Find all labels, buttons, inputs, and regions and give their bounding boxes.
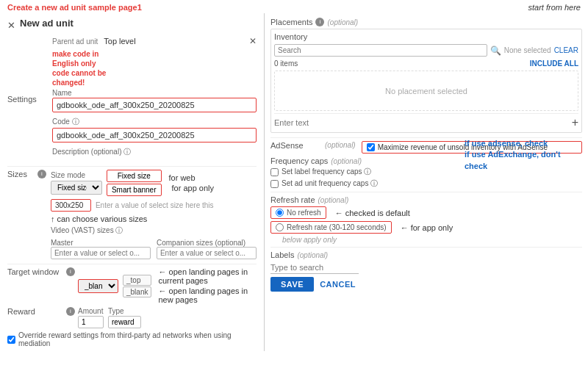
- smart-banner-button[interactable]: Smart banner: [107, 184, 162, 196]
- refresh-rate-row: Refresh rate (30-120 seconds) ← for app …: [270, 221, 582, 234]
- refresh-section: Refresh rate (optional) No refresh ← che…: [270, 192, 582, 244]
- target-reward-section: Target window i _blank _top _top _blank: [7, 264, 257, 347]
- parent-ad-label: Parent ad unit: [52, 37, 98, 46]
- blank-option-blank[interactable]: _blank: [123, 286, 151, 297]
- top-bar: Create a new ad unit sample page1 start …: [0, 0, 588, 13]
- target-select[interactable]: _blank _top: [78, 279, 118, 293]
- labels-search-input[interactable]: [270, 261, 359, 274]
- placements-section: Placements i (optional) Inventory 🔍 None…: [270, 18, 582, 133]
- include-all-button[interactable]: INCLUDE ALL: [530, 59, 578, 68]
- below-app-only: below apply only: [282, 236, 582, 244]
- no-refresh-label: No refresh: [287, 209, 321, 217]
- master-companion-row: Master Companion sizes (optional): [51, 239, 257, 259]
- type-label: Type: [108, 307, 141, 315]
- left-panel: ✕ New ad unit Settings Parent ad unit To…: [0, 13, 265, 351]
- adsense-label: AdSense: [270, 141, 322, 150]
- adsense-annotation: if use adsense, check if use AdExchange,…: [465, 138, 582, 172]
- refresh-rate-label: Refresh rate (30-120 seconds): [287, 223, 387, 231]
- override-label: Override reward settings from third-part…: [18, 331, 257, 347]
- size-mode-row: Size mode Fixed size Fixed size Smart ba…: [51, 170, 257, 196]
- freq-label-checkbox[interactable]: [270, 168, 279, 176]
- freq-adunit-text: Set ad unit frequency caps ⓘ: [282, 178, 378, 189]
- top-left-annotation: Create a new ad unit sample page1: [7, 3, 142, 12]
- none-selected-label: None selected: [504, 46, 551, 54]
- refresh-rate-border: Refresh rate (30-120 seconds): [270, 221, 392, 234]
- parent-ad-value: Top level: [104, 37, 249, 46]
- size-mode-select[interactable]: Fixed size: [51, 181, 102, 195]
- plus-button[interactable]: +: [572, 116, 578, 129]
- desc-field-group: Description (optional) ⓘ: [52, 147, 257, 157]
- override-checkbox-row: Override reward settings from third-part…: [7, 331, 257, 347]
- no-refresh-radio[interactable]: [276, 209, 284, 217]
- no-refresh-border: No refresh: [270, 206, 326, 219]
- video-label: Video (VAST) sizes ⓘ: [51, 226, 257, 236]
- annotation-various: ↑ can choose various sizes: [51, 214, 257, 223]
- target-window-label: Target window: [7, 267, 66, 276]
- settings-label: Settings: [7, 95, 48, 104]
- refresh-title: Refresh rate (optional): [270, 195, 582, 204]
- annotation-current: ← open landing pages in current pages: [158, 267, 257, 285]
- reward-label: Reward: [7, 307, 66, 316]
- inventory-search-input[interactable]: [274, 44, 487, 57]
- blank-options: _top _blank: [123, 275, 151, 297]
- companion-input[interactable]: [157, 247, 257, 259]
- size-mode-label: Size mode: [51, 171, 102, 179]
- labels-title: Labels (optional): [270, 250, 582, 259]
- code-input[interactable]: [52, 128, 257, 142]
- name-input[interactable]: [52, 98, 257, 112]
- placements-title: Placements i (optional): [270, 18, 582, 26]
- inventory-search-row: 🔍 None selected CLEAR: [274, 44, 578, 57]
- clear-button[interactable]: CLEAR: [554, 46, 578, 54]
- master-input[interactable]: [51, 247, 151, 259]
- freq-cb2-row: Set ad unit frequency caps ⓘ: [270, 178, 582, 189]
- save-button[interactable]: SAVE: [270, 277, 314, 292]
- reward-row: Reward i Amount Type: [7, 307, 257, 328]
- reward-info-icon[interactable]: i: [66, 307, 75, 316]
- labels-section: Labels (optional): [270, 247, 582, 274]
- enter-text-input[interactable]: [274, 118, 572, 127]
- size-value-input[interactable]: [51, 199, 91, 212]
- sizes-section: Sizes i Size mode Fixed size Fixed size: [7, 166, 257, 262]
- freq-adunit-checkbox[interactable]: [270, 180, 279, 188]
- search-icon: 🔍: [490, 46, 501, 56]
- refresh-rate-radio[interactable]: [276, 223, 284, 231]
- annotation-checked: ← checked is default: [335, 209, 410, 217]
- adsense-checkbox[interactable]: [367, 143, 375, 151]
- parent-ad-clear[interactable]: ✕: [249, 36, 257, 46]
- cancel-button[interactable]: CANCEL: [320, 280, 356, 289]
- inventory-title: Inventory: [274, 32, 578, 41]
- parent-ad-row: Parent ad unit Top level ✕: [52, 36, 257, 46]
- placements-optional: (optional): [327, 18, 358, 26]
- name-field-group: Name: [52, 89, 257, 112]
- companion-label: Companion sizes (optional): [157, 239, 257, 247]
- amount-input[interactable]: [78, 316, 104, 328]
- items-count: 0 items: [274, 59, 298, 68]
- enter-text-row: +: [274, 113, 578, 129]
- close-icon[interactable]: ✕: [7, 20, 15, 31]
- inventory-items-row: 0 items INCLUDE ALL: [274, 59, 578, 68]
- fixed-size-button[interactable]: Fixed size: [107, 170, 162, 182]
- save-cancel-row: SAVE CANCEL: [270, 277, 582, 292]
- name-label: Name: [52, 89, 257, 97]
- annotation-for-app: for app only: [172, 184, 214, 192]
- target-info-icon[interactable]: i: [66, 267, 75, 276]
- right-panel: Placements i (optional) Inventory 🔍 None…: [265, 13, 588, 351]
- blank-option-top[interactable]: _top: [123, 275, 151, 286]
- continue-text: continue from next page 2: [7, 350, 257, 351]
- annotation-app-only: ← for app only: [401, 223, 453, 232]
- code-field-group: Code ⓘ: [52, 117, 257, 142]
- placements-info-icon[interactable]: i: [315, 18, 324, 26]
- override-checkbox[interactable]: [7, 336, 15, 344]
- code-label: Code ⓘ: [52, 117, 257, 127]
- amount-label: Amount: [78, 307, 104, 315]
- companion-col: Companion sizes (optional): [157, 239, 257, 259]
- adsense-optional: (optional): [325, 141, 356, 149]
- top-right-annotation: start from here: [528, 3, 581, 12]
- size-input-row: Enter a value of select size here this: [51, 199, 257, 212]
- target-window-row: Target window i _blank _top _top _blank: [7, 267, 257, 304]
- sizes-info-icon[interactable]: i: [37, 170, 46, 178]
- annotation-new: ← open landing pages in new pages: [158, 286, 257, 304]
- type-input[interactable]: [108, 316, 141, 328]
- target-content: _blank _top _top _blank ← open landing p…: [78, 267, 257, 304]
- vma-row: Video (VAST) sizes ⓘ: [51, 226, 257, 236]
